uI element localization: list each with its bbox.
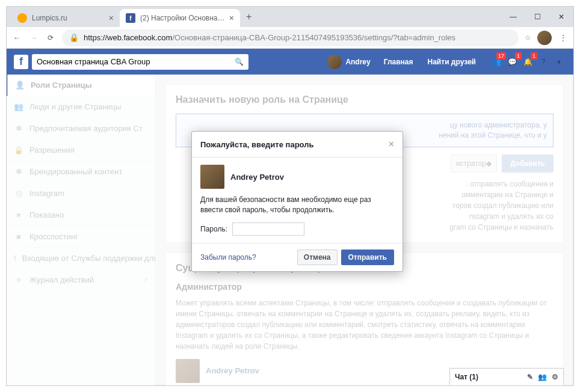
tab-title: (2) Настройки Основная страни bbox=[140, 14, 226, 22]
tab-close-icon[interactable]: × bbox=[229, 13, 234, 23]
modal-message: Для вашей безопасности вам необходимо ещ… bbox=[200, 195, 394, 215]
nav-forward-icon[interactable]: → bbox=[28, 32, 39, 43]
chat-label: Чат (1) bbox=[455, 373, 522, 381]
modal-header: Пожалуйста, введите пароль × bbox=[192, 132, 403, 158]
fb-header: f 🔍 Andrey Главная Найти друзей 👥17 💬1 🔔… bbox=[7, 49, 573, 75]
fb-logo-icon[interactable]: f bbox=[14, 55, 28, 69]
new-tab-button[interactable]: + bbox=[240, 11, 258, 22]
submit-button[interactable]: Отправить bbox=[341, 250, 394, 265]
browser-menu-icon[interactable]: ⋮ bbox=[558, 32, 569, 43]
password-modal: Пожалуйста, введите пароль × Andrey Petr… bbox=[191, 131, 403, 272]
fb-search[interactable]: 🔍 bbox=[32, 54, 248, 70]
window-minimize[interactable]: — bbox=[501, 7, 525, 27]
modal-user-name: Andrey Petrov bbox=[230, 173, 284, 182]
browser-tab-lumpics[interactable]: Lumpics.ru × bbox=[11, 9, 120, 27]
modal-title: Пожалуйста, введите пароль bbox=[200, 140, 313, 149]
avatar bbox=[327, 55, 342, 69]
fb-search-input[interactable] bbox=[37, 57, 235, 66]
fb-user-name: Andrey bbox=[345, 58, 370, 66]
bookmark-star-icon[interactable]: ☆ bbox=[525, 34, 531, 42]
window-maximize[interactable]: ☐ bbox=[525, 7, 549, 27]
fb-nav-home[interactable]: Главная bbox=[378, 58, 419, 66]
window-close[interactable]: ✕ bbox=[549, 7, 573, 27]
url-field[interactable]: 🔒 https://web.facebook.com/Основная-стра… bbox=[62, 29, 519, 46]
tab-close-icon[interactable]: × bbox=[109, 13, 114, 23]
people-icon[interactable]: 👥 bbox=[538, 373, 547, 381]
nav-back-icon[interactable]: ← bbox=[11, 32, 22, 43]
window-controls: — ☐ ✕ bbox=[501, 7, 573, 27]
friends-icon[interactable]: 👥17 bbox=[489, 55, 504, 69]
tab-title: Lumpics.ru bbox=[32, 14, 105, 22]
favicon-fb: f bbox=[126, 13, 135, 23]
search-icon[interactable]: 🔍 bbox=[235, 58, 244, 66]
password-field-row: Пароль: bbox=[200, 222, 394, 236]
lock-icon: 🔒 bbox=[69, 33, 79, 42]
messages-icon[interactable]: 💬1 bbox=[505, 55, 519, 69]
compose-icon[interactable]: ✎ bbox=[527, 373, 533, 381]
fb-user-link[interactable]: Andrey bbox=[322, 55, 375, 69]
browser-profile-avatar[interactable] bbox=[537, 31, 552, 45]
password-input[interactable] bbox=[232, 222, 304, 236]
chat-dock[interactable]: Чат (1) ✎ 👥 ⚙ bbox=[449, 368, 564, 385]
modal-user: Andrey Petrov bbox=[200, 165, 394, 189]
url-domain: https://web.facebook.com bbox=[84, 33, 172, 42]
close-icon[interactable]: × bbox=[389, 139, 394, 150]
notifications-icon[interactable]: 🔔1 bbox=[520, 55, 535, 69]
cancel-button[interactable]: Отмена bbox=[297, 250, 338, 265]
url-path: /Основная-страница-CBA-Group-21154074951… bbox=[172, 33, 455, 42]
password-label: Пароль: bbox=[200, 225, 227, 233]
nav-reload-icon[interactable]: ⟳ bbox=[45, 32, 56, 43]
browser-tab-facebook[interactable]: f (2) Настройки Основная страни × bbox=[120, 9, 240, 27]
forgot-password-link[interactable]: Забыли пароль? bbox=[200, 253, 256, 262]
avatar bbox=[200, 165, 224, 189]
help-icon[interactable]: ? bbox=[536, 55, 551, 69]
gear-icon[interactable]: ⚙ bbox=[552, 373, 558, 381]
favicon-lumpics bbox=[17, 13, 27, 23]
fb-nav: Andrey Главная Найти друзей 👥17 💬1 🔔1 ? … bbox=[322, 55, 566, 69]
modal-footer: Забыли пароль? Отмена Отправить bbox=[192, 243, 403, 271]
modal-body: Andrey Petrov Для вашей безопасности вам… bbox=[192, 158, 403, 243]
dropdown-icon[interactable]: ▾ bbox=[552, 55, 566, 69]
tab-bar: Lumpics.ru × f (2) Настройки Основная ст… bbox=[7, 7, 573, 27]
fb-nav-find-friends[interactable]: Найти друзей bbox=[422, 58, 482, 66]
address-bar: ← → ⟳ 🔒 https://web.facebook.com/Основна… bbox=[7, 27, 573, 49]
